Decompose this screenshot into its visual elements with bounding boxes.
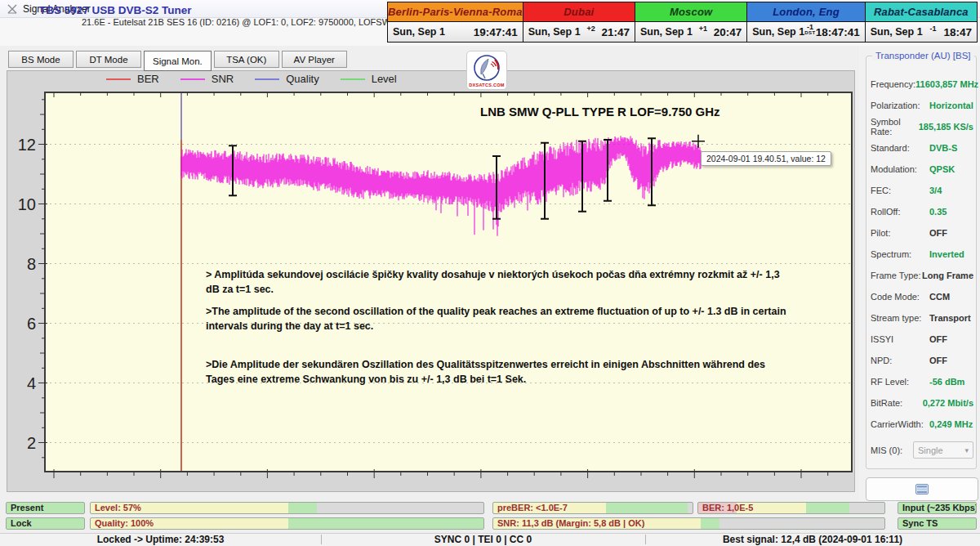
transponder-row-label: Standard: bbox=[871, 143, 929, 153]
transponder-row-value: OFF bbox=[929, 228, 947, 238]
transponder-row-value: QPSK bbox=[929, 164, 955, 174]
tuner-details: 21.6E - Eutelsat 21B SES 16 (ID: 0216) @… bbox=[82, 17, 400, 27]
clock-date: Sun, Sep 1 bbox=[640, 26, 693, 38]
transponder-row: Standard:DVB-S bbox=[871, 137, 973, 159]
mis-select[interactable]: Single ▾ bbox=[913, 441, 973, 459]
legend-line bbox=[106, 78, 131, 80]
transponder-row-label: Modulation: bbox=[871, 164, 929, 174]
transponder-row-label: RollOff: bbox=[871, 207, 929, 217]
transponder-rows: Frequency:11603,857 MHzPolarization:Hori… bbox=[871, 74, 973, 435]
meter-preber: preBER: <1.0E-7 bbox=[492, 502, 693, 514]
transponder-row: Spectrum:Inverted bbox=[871, 244, 973, 265]
transponder-row-label: Polarization: bbox=[871, 101, 929, 110]
y-axis-label: 8 bbox=[27, 255, 36, 273]
clock-time: 21:47 bbox=[601, 26, 630, 38]
legend-item-ber: BER bbox=[106, 73, 159, 85]
transponder-row: Pilot:OFF bbox=[871, 222, 973, 244]
y-axis-label: 6 bbox=[27, 315, 36, 333]
clock-city-label: Dubai bbox=[523, 2, 635, 22]
transponder-row-label: BitRate: bbox=[871, 398, 923, 408]
clock-time-row: Sun, Sep 1+221:47 bbox=[523, 22, 635, 42]
clock-date: Sun, Sep 1 bbox=[871, 26, 923, 38]
clock-time-row: Sun, Sep 1+120:47 bbox=[635, 22, 746, 42]
clock-utc-offset: +2 bbox=[581, 25, 602, 33]
legend-line bbox=[180, 78, 205, 80]
clock-date: Sun, Sep 1 bbox=[752, 26, 804, 38]
annotation-english: >The amplitude of the second oscillation… bbox=[206, 304, 795, 333]
transponder-row-label: Frame Type: bbox=[871, 271, 922, 280]
legend-item-quality: Quality bbox=[255, 73, 318, 85]
transponder-row: Frequency:11603,857 MHz bbox=[871, 74, 973, 95]
annotation-slovak: > Amplitúda sekundovej oscilácie špičky … bbox=[206, 267, 795, 297]
legend-label: Level bbox=[372, 73, 397, 85]
transponder-row-label: Code Mode: bbox=[871, 292, 929, 302]
transponder-row-label: NPD: bbox=[871, 356, 929, 365]
transponder-row: Frame Type:Long Frame bbox=[871, 265, 973, 286]
signal-analyzer-window: Signal Analyzer TBS 5927 USB DVB-S2 Tune… bbox=[0, 0, 980, 546]
transponder-row-value: OFF bbox=[929, 356, 947, 365]
y-axis-label: 2 bbox=[27, 434, 36, 452]
clock-city-label: Rabat-Casablanca bbox=[866, 2, 977, 22]
transponder-row-label: Pilot: bbox=[871, 228, 929, 238]
tab-signal-mon-[interactable]: Signal Mon. bbox=[144, 51, 212, 71]
transponder-row: FEC:3/4 bbox=[871, 180, 973, 201]
transponder-row-value: 185,185 KS/s bbox=[919, 122, 973, 132]
transponder-row-value: Horizontal bbox=[929, 101, 973, 110]
annotation-german: >Die Amplitude der sekundären Oszillatio… bbox=[206, 357, 795, 387]
transponder-row-value: CCM bbox=[929, 292, 950, 302]
tab-tsa-ok-[interactable]: TSA (OK) bbox=[214, 51, 279, 68]
status-lock-uptime: Locked -> Uptime: 24:39:53 bbox=[0, 534, 321, 545]
transponder-row: Symbol Rate:185,185 KS/s bbox=[871, 116, 973, 137]
meter-snr: SNR: 11,3 dB (Margin: 5,8 dB | OK) bbox=[492, 517, 885, 530]
legend-item-snr: SNR bbox=[180, 73, 234, 85]
transponder-row-value: 0,249 MHz bbox=[929, 419, 973, 429]
legend-label: Quality bbox=[286, 73, 318, 85]
cursor-tooltip: 2024-09-01 19.40.51, value: 12 bbox=[701, 151, 831, 166]
chart-legend: BERSNRQualityLevel bbox=[106, 73, 397, 85]
clock-utc-offset: +1 bbox=[693, 25, 714, 33]
stream-info-button[interactable] bbox=[866, 477, 978, 501]
transponder-row-value: OFF bbox=[929, 334, 947, 344]
clock-dubai: DubaiSun, Sep 1+221:47 bbox=[523, 2, 635, 42]
transponder-title: Transponder (AU) [BS] bbox=[872, 51, 974, 60]
clock-time: 18:47 bbox=[943, 26, 972, 38]
transponder-row-label: Frequency: bbox=[871, 79, 915, 89]
transponder-row-value: Inverted bbox=[929, 249, 964, 259]
transponder-row: RF Level:-56 dBm bbox=[871, 371, 973, 392]
clock-moscow: MoscowSun, Sep 1+120:47 bbox=[635, 2, 747, 42]
meter-input: Input (~235 Kbps) bbox=[898, 502, 977, 514]
legend-line bbox=[341, 78, 365, 80]
transponder-row-value: 0.35 bbox=[929, 207, 947, 217]
status-sync-counters: SYNC 0 | TEI 0 | CC 0 bbox=[321, 534, 645, 545]
y-axis-label: 4 bbox=[27, 374, 36, 392]
tab-av-player[interactable]: AV Player bbox=[282, 51, 347, 68]
clock-rabat-casablanca: Rabat-CasablancaSun, Sep 1-118:47 bbox=[866, 2, 977, 42]
tab-bs-mode[interactable]: BS Mode bbox=[8, 51, 74, 68]
transponder-row: CarrierWidth:0,249 MHz bbox=[871, 414, 973, 435]
clock-utc-offset: -1 bbox=[923, 25, 944, 33]
clock-time: 18:47:41 bbox=[816, 26, 860, 38]
tab-dt-mode[interactable]: DT Mode bbox=[76, 51, 141, 68]
clock-time-row: Sun, Sep 119:47:41 bbox=[388, 22, 523, 42]
app-icon bbox=[7, 3, 18, 15]
transponder-row: BitRate:0,272 Mbit/s bbox=[871, 392, 973, 414]
y-axis-label: 10 bbox=[18, 195, 36, 213]
transponder-row-label: ISSYI bbox=[871, 334, 929, 344]
legend-line bbox=[255, 78, 279, 80]
clock-city-label: London, Eng bbox=[747, 2, 864, 22]
transponder-row-value: Transport bbox=[929, 313, 971, 323]
tuner-name: TBS 5927 USB DVB-S2 Tuner bbox=[39, 4, 192, 16]
legend-label: SNR bbox=[212, 73, 234, 85]
transponder-row: NPD:OFF bbox=[871, 350, 973, 371]
meter-present: Present bbox=[6, 502, 85, 514]
status-separator bbox=[321, 535, 322, 544]
transponder-row-label: CarrierWidth: bbox=[871, 419, 929, 429]
transponder-row-label: Symbol Rate: bbox=[871, 117, 919, 136]
transponder-row: ISSYIOFF bbox=[871, 329, 973, 350]
meter-ber: BER: 1,0E-5 bbox=[697, 502, 885, 514]
clock-time-row: Sun, Sep 1-1DST18:47:41 bbox=[747, 22, 864, 42]
clock-time-row: Sun, Sep 1-118:47 bbox=[866, 22, 977, 42]
transponder-row-label: RF Level: bbox=[871, 377, 929, 387]
transponder-row-value: DVB-S bbox=[929, 143, 957, 153]
clock-city-label: Moscow bbox=[635, 2, 746, 22]
